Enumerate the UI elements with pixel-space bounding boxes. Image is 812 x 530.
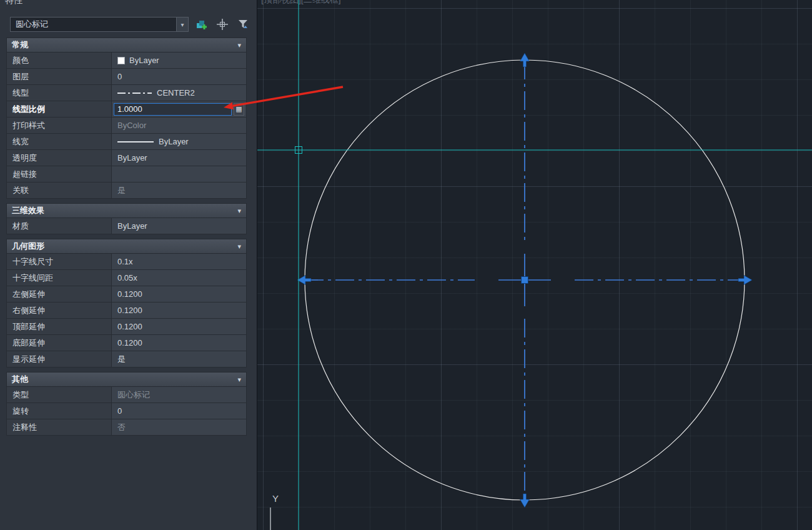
property-value[interactable]: 否 [111, 419, 247, 436]
section-title: 几何图形 [12, 241, 44, 252]
palette-title: 特性 [5, 0, 22, 6]
property-value-text: ByLayer [117, 221, 147, 231]
object-type-selector[interactable]: 圆心标记 ▾ [10, 17, 189, 32]
property-value-text: 是 [117, 354, 126, 365]
property-label: 材质 [6, 218, 111, 234]
chevron-down-icon[interactable]: ▾ [237, 41, 241, 49]
property-value-text: 0.05x [117, 273, 137, 282]
property-row: 十字线间距0.05x [6, 270, 247, 286]
property-value[interactable]: 是 [111, 351, 247, 368]
palette-sections: 常规▾颜色ByLayer图层0线型CENTER2线型比例1.0000▦打印样式B… [6, 38, 247, 436]
property-value-text: 0.1200 [117, 338, 142, 348]
property-label: 旋转 [6, 403, 111, 419]
property-value-text: 否 [117, 422, 126, 433]
section-title: 常规 [12, 39, 28, 51]
chevron-down-icon[interactable]: ▾ [237, 207, 241, 215]
property-value-text: ByColor [117, 121, 146, 130]
properties-palette: 特性 圆心标记 ▾ 常规▾颜色ByLayer图层0线型CENTE [0, 0, 257, 530]
section-header[interactable]: 三维效果▾ [6, 203, 247, 218]
property-label: 关联 [6, 182, 111, 199]
property-label: 显示延伸 [6, 351, 111, 368]
color-swatch [117, 57, 125, 64]
property-label: 超链接 [6, 166, 111, 182]
chevron-down-icon[interactable]: ▾ [176, 18, 188, 31]
property-row: 线型CENTER2 [6, 85, 247, 101]
property-label: 类型 [6, 387, 111, 403]
property-value[interactable]: CENTER2 [111, 85, 247, 101]
property-label: 十字线间距 [6, 270, 111, 286]
property-label: 图层 [6, 69, 111, 85]
line-preview [117, 92, 152, 94]
property-value[interactable]: 0.05x [111, 270, 247, 286]
property-value[interactable]: 0.1x [111, 254, 247, 270]
property-label: 透明度 [6, 150, 111, 166]
property-label: 打印样式 [6, 118, 111, 134]
property-value[interactable]: 是 [111, 182, 247, 199]
property-value-text: 圆心标记 [117, 389, 150, 401]
quick-select-icon [237, 18, 249, 31]
property-row: 关联是 [6, 182, 247, 199]
property-value-text: 是 [117, 185, 126, 196]
property-row: 超链接 [6, 166, 247, 182]
chevron-down-icon[interactable]: ▾ [237, 242, 241, 251]
drawing-canvas[interactable]: [顶部视图][二维线框] [257, 0, 812, 530]
quick-calc-button[interactable]: ▦ [234, 103, 244, 116]
property-value-text: 0 [117, 72, 122, 81]
property-value-text: 0.1x [117, 257, 133, 266]
toggle-pickadd-button[interactable] [194, 17, 209, 32]
property-label: 线型 [6, 85, 111, 101]
property-value-text: 0.1200 [117, 306, 142, 315]
property-row: 图层0 [6, 69, 247, 85]
property-row: 类型圆心标记 [6, 387, 247, 403]
property-row: 线宽ByLayer [6, 134, 247, 150]
input-value: 1.0000 [117, 104, 142, 114]
property-label: 颜色 [6, 52, 111, 69]
section-title: 其他 [12, 374, 28, 385]
property-value[interactable]: ByColor [111, 118, 247, 134]
property-value[interactable]: 0 [111, 69, 247, 85]
section-header[interactable]: 几何图形▾ [6, 239, 247, 254]
property-row: 旋转0 [6, 403, 247, 419]
property-row: 注释性否 [6, 419, 247, 436]
property-label: 左侧延伸 [6, 286, 111, 302]
section-title: 三维效果 [12, 205, 44, 216]
section-header[interactable]: 其他▾ [6, 372, 247, 387]
property-value[interactable]: 0 [111, 403, 247, 419]
chevron-down-icon[interactable]: ▾ [237, 376, 241, 384]
property-value[interactable]: ByLayer [111, 52, 247, 69]
selected-object-type: 圆心标记 [16, 19, 48, 30]
property-value[interactable]: 圆心标记 [111, 387, 247, 403]
property-value[interactable]: 0.1200 [111, 302, 247, 319]
toggle-pickadd-icon [196, 18, 208, 31]
property-value[interactable]: ByLayer [111, 134, 247, 150]
property-label: 顶部延伸 [6, 319, 111, 335]
property-row: 透明度ByLayer [6, 150, 247, 166]
property-row: 材质ByLayer [6, 218, 247, 234]
select-objects-button[interactable] [215, 17, 230, 32]
property-value[interactable] [111, 166, 247, 182]
select-objects-icon [216, 18, 229, 31]
line-preview [117, 141, 154, 142]
property-value-text: CENTER2 [157, 88, 195, 98]
property-value[interactable]: 0.1200 [111, 319, 247, 335]
section-header[interactable]: 常规▾ [6, 38, 247, 52]
property-value-text: 0 [117, 406, 122, 416]
linetype-scale-input[interactable]: 1.0000 [114, 103, 232, 116]
property-label: 注释性 [6, 419, 111, 436]
property-row: 左侧延伸0.1200 [6, 286, 247, 302]
property-value[interactable]: 0.1200 [111, 335, 247, 351]
viewport-controls-label[interactable]: [顶部视图][二维线框] [261, 0, 341, 6]
property-row: 十字线尺寸0.1x [6, 254, 247, 270]
property-value[interactable]: 1.0000▦ [111, 101, 247, 118]
quick-select-button[interactable] [235, 17, 250, 32]
property-label: 右侧延伸 [6, 302, 111, 319]
property-row: 右侧延伸0.1200 [6, 302, 247, 319]
property-value-text: 0.1200 [117, 289, 142, 299]
property-value[interactable]: ByLayer [111, 150, 247, 166]
property-value[interactable]: 0.1200 [111, 286, 247, 302]
property-row: 线型比例1.0000▦ [6, 101, 247, 118]
property-value-text: ByLayer [159, 137, 189, 146]
property-row: 打印样式ByColor [6, 118, 247, 134]
property-row: 顶部延伸0.1200 [6, 319, 247, 335]
property-value[interactable]: ByLayer [111, 218, 247, 234]
